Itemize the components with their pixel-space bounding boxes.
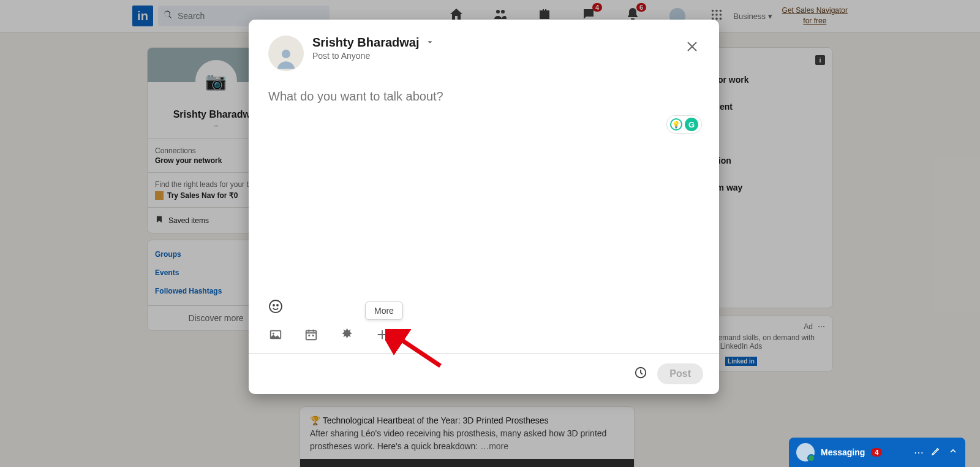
grammarly-widget[interactable]: 💡 G: [666, 115, 702, 134]
svg-point-14: [273, 333, 274, 335]
chevron-down-icon: [426, 36, 434, 50]
messaging-title: Messaging: [821, 447, 865, 457]
post-editor[interactable]: [268, 89, 699, 249]
svg-point-12: [277, 305, 278, 306]
author-selector[interactable]: Srishty Bharadwaj Post to Anyone: [312, 36, 434, 61]
svg-rect-17: [312, 335, 314, 336]
calendar-icon[interactable]: [304, 327, 318, 342]
post-button[interactable]: Post: [657, 363, 703, 384]
svg-point-9: [282, 50, 290, 58]
emoji-button[interactable]: [268, 305, 283, 316]
messaging-badge: 4: [871, 448, 882, 457]
create-post-modal: Srishty Bharadwaj Post to Anyone 💡 G: [249, 20, 719, 394]
grammarly-suggest-icon: 💡: [670, 118, 682, 131]
svg-point-10: [270, 300, 282, 313]
more-button[interactable]: [375, 327, 390, 342]
messaging-more-icon[interactable]: ⋯: [914, 447, 924, 458]
post-visibility: Post to Anyone: [312, 51, 434, 61]
more-tooltip: More: [365, 302, 403, 320]
messaging-bar[interactable]: Messaging 4 ⋯: [789, 438, 965, 467]
compose-icon[interactable]: [931, 446, 941, 458]
author-avatar[interactable]: [268, 36, 304, 71]
schedule-icon[interactable]: [634, 366, 647, 382]
author-name: Srishty Bharadwaj: [312, 36, 420, 50]
close-button[interactable]: [681, 36, 703, 58]
messaging-avatar: [796, 443, 815, 461]
starburst-icon[interactable]: [339, 327, 354, 342]
chevron-up-icon[interactable]: [948, 446, 958, 458]
svg-rect-16: [308, 335, 310, 336]
grammarly-icon: G: [685, 118, 698, 131]
image-icon[interactable]: [268, 327, 283, 342]
svg-point-11: [273, 305, 274, 306]
svg-rect-15: [306, 331, 317, 340]
